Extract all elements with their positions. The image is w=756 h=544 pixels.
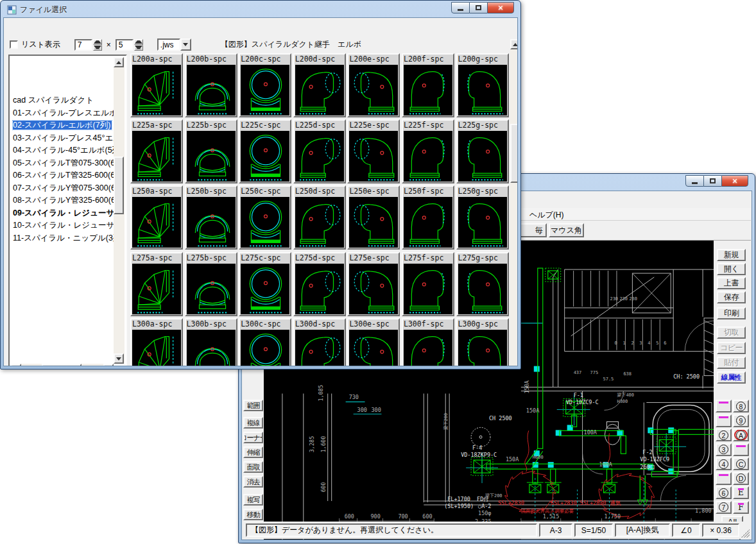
status-layer[interactable]: [A-A]換気	[615, 523, 670, 537]
right-tool-印刷[interactable]: 印刷	[717, 307, 746, 319]
list-item[interactable]: 03-スパイラル-プレス45°エルボ	[11, 132, 114, 145]
figure-cell[interactable]: L200a-spc	[130, 53, 183, 117]
layer-button-8[interactable]: 8	[733, 400, 749, 412]
figure-cell-header[interactable]: L300d-spc	[295, 319, 345, 330]
layer-button-1[interactable]	[716, 414, 732, 427]
figure-cell[interactable]: L250c-spc	[239, 185, 291, 250]
figure-cell-header[interactable]: L225d-spc	[295, 121, 345, 131]
figure-cell[interactable]: L275c-spc	[239, 252, 291, 316]
figure-thumbnail[interactable]	[132, 131, 181, 182]
list-item[interactable]: 11-スパイラル・ニップル(3列)	[11, 232, 114, 245]
figure-thumbnail[interactable]	[458, 65, 507, 115]
status-zoom[interactable]: × 0.36	[702, 523, 739, 537]
figure-cell[interactable]: L250b-spc	[185, 185, 237, 250]
figure-thumbnail[interactable]	[187, 330, 236, 366]
figure-thumbnail[interactable]	[458, 197, 507, 248]
figure-cell-header[interactable]: L275e-spc	[348, 253, 399, 264]
figure-cell-header[interactable]: L275f-spc	[403, 253, 453, 264]
right-tool-コピー[interactable]: コピー	[717, 342, 746, 354]
figure-cell-header[interactable]: L275d-spc	[295, 253, 345, 264]
tool-button-6[interactable]: 複写	[243, 494, 263, 506]
figure-thumbnail[interactable]	[187, 197, 236, 248]
figure-cell-header[interactable]: L275a-spc	[132, 253, 182, 264]
figure-thumbnail[interactable]	[295, 197, 344, 248]
figure-cell[interactable]: L200b-spc	[185, 53, 237, 117]
figure-cell-header[interactable]: L250c-spc	[240, 187, 290, 197]
list-item[interactable]: cad スパイラルダクト	[11, 94, 114, 107]
figure-cell[interactable]: L300f-spc	[402, 318, 454, 366]
figure-cell[interactable]: L275e-spc	[347, 252, 400, 316]
right-tool-保存[interactable]: 保存	[717, 291, 746, 303]
rows-spin-buttons[interactable]	[134, 39, 143, 51]
scroll-up-button[interactable]	[510, 39, 518, 49]
status-sheet[interactable]: A-3	[539, 523, 572, 537]
figure-thumbnail[interactable]	[458, 131, 507, 182]
figure-cell[interactable]: L275d-spc	[293, 252, 346, 316]
menu-item-help[interactable]: ヘルプ(H)	[527, 209, 567, 221]
figure-cell[interactable]: L225a-spc	[130, 119, 183, 183]
grid-vscrollbar[interactable]	[510, 39, 518, 366]
figure-cell-header[interactable]: L225b-spc	[186, 121, 236, 131]
figure-thumbnail[interactable]	[187, 131, 236, 182]
tool-button-1[interactable]: 複線	[243, 417, 263, 429]
figure-cell[interactable]: L300b-spc	[185, 318, 237, 366]
figure-cell-header[interactable]: L250d-spc	[295, 187, 345, 197]
figure-thumbnail[interactable]	[349, 65, 398, 115]
figure-thumbnail[interactable]	[187, 264, 236, 314]
list-item[interactable]: 05-スパイラルT管075-300(6列)	[11, 157, 114, 170]
dialog-close-button[interactable]: ✕	[487, 2, 514, 13]
right-tool-新規[interactable]: 新規	[717, 249, 746, 261]
figure-cell-header[interactable]: L250f-spc	[403, 187, 453, 197]
layer-button-7[interactable]: 7	[716, 501, 732, 514]
figure-thumbnail[interactable]	[458, 330, 507, 366]
figure-cell[interactable]: L200c-spc	[239, 53, 291, 117]
dialog-titlebar[interactable]: ファイル選択 ✕	[3, 2, 518, 17]
list-view-checkbox[interactable]	[10, 40, 18, 49]
figure-cell-header[interactable]: L300e-spc	[348, 319, 399, 330]
layer-button-E[interactable]: E	[733, 486, 749, 499]
layer-button-A[interactable]: A	[733, 429, 749, 441]
filetype-dropdown[interactable]: .jws	[157, 38, 191, 51]
layer-button-3[interactable]: 3	[716, 443, 732, 456]
list-item[interactable]: 04-スパイラル-45°エルボ(5列)	[11, 144, 114, 157]
figure-cell[interactable]: L200f-spc	[402, 53, 454, 117]
figure-cell-header[interactable]: L225c-spc	[240, 121, 290, 131]
tool-button-0[interactable]: 範囲	[243, 400, 263, 411]
figure-cell-header[interactable]: L300f-spc	[403, 319, 453, 330]
figure-cell-header[interactable]: L225f-spc	[403, 121, 453, 131]
figure-cell[interactable]: L250d-spc	[293, 185, 346, 250]
figure-cell[interactable]: L225e-spc	[347, 119, 400, 183]
minimize-button[interactable]	[685, 175, 704, 187]
tool-button-2[interactable]: コーナー	[243, 432, 263, 443]
figure-cell-header[interactable]: L300a-spc	[132, 319, 182, 330]
figure-thumbnail[interactable]	[404, 197, 452, 248]
list-item[interactable]: 02-スパイラル-エルボ(7列)	[11, 119, 114, 132]
figure-thumbnail[interactable]	[241, 65, 289, 115]
figure-cell[interactable]: L225f-spc	[402, 119, 454, 183]
list-item[interactable]: 06-スパイラルT管325-600(6列)	[11, 169, 114, 182]
figure-cell-header[interactable]: L200e-spc	[348, 55, 399, 65]
figure-cell-header[interactable]: L225e-spc	[348, 121, 399, 131]
status-scale[interactable]: S=1/50	[574, 523, 613, 537]
figure-cell[interactable]: L200g-spc	[456, 53, 509, 117]
figure-cell-header[interactable]: L300g-spc	[458, 319, 508, 330]
figure-cell-header[interactable]: L200g-spc	[458, 55, 508, 65]
folder-list[interactable]: cad スパイラルダクト01-スパイラル-プレスエルボ(7列)02-スパイラル-…	[8, 55, 127, 366]
list-vscrollbar[interactable]	[114, 57, 125, 364]
scroll-down-button[interactable]	[114, 353, 124, 364]
close-button[interactable]: ✕	[721, 175, 748, 187]
rows-stepper[interactable]: 5	[116, 39, 143, 51]
figure-thumbnail[interactable]	[132, 197, 181, 248]
scroll-thumb[interactable]	[510, 124, 518, 183]
figure-thumbnail[interactable]	[132, 264, 181, 314]
status-angle[interactable]: ∠0	[672, 523, 700, 537]
scroll-thumb[interactable]	[42, 364, 82, 366]
figure-cell[interactable]: L300d-spc	[293, 318, 346, 366]
right-tool-上書[interactable]: 上書	[717, 277, 746, 289]
figure-thumbnail[interactable]	[349, 264, 398, 314]
figure-thumbnail[interactable]	[295, 65, 344, 115]
figure-cell[interactable]: L300g-spc	[456, 318, 509, 366]
rows-value[interactable]: 5	[116, 39, 133, 51]
figure-cell-header[interactable]: L300b-spc	[186, 319, 236, 330]
figure-cell[interactable]: L250a-spc	[130, 185, 183, 250]
